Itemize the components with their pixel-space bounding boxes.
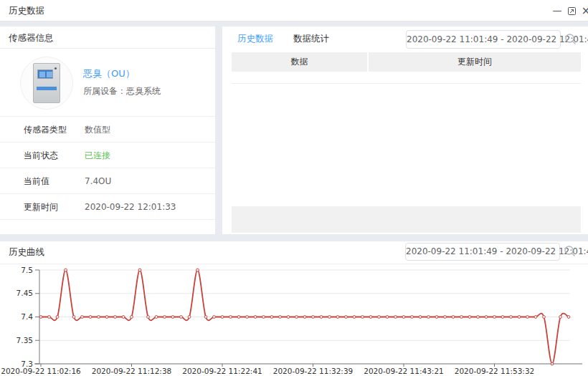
tab-bar: 历史数据 数据统计 <box>235 33 347 54</box>
history-line-chart: 7.57.457.47.357.32020-09-22 11:02:162020… <box>0 264 588 376</box>
sensor-row-type: 传感器类型 数值型 <box>0 117 215 143</box>
close-button[interactable]: × <box>579 0 588 21</box>
row-label: 更新时间 <box>24 194 58 220</box>
sensor-info-panel: 传感器信息 恶臭（OU） 所属设备：恶臭系统 传感器类型 数值型 当前状态 已连… <box>0 26 215 234</box>
row-label: 当前值 <box>24 168 49 194</box>
svg-text:7.5: 7.5 <box>21 266 33 274</box>
column-header-update-time: 更新时间 <box>369 52 581 72</box>
sensor-row-update-time: 更新时间 2020-09-22 12:01:33 <box>0 194 215 220</box>
row-value: 2020-09-22 12:01:33 <box>85 194 176 220</box>
sensor-detail-rows: 传感器类型 数值型 当前状态 已连接 当前值 7.4OU 更新时间 2020-0… <box>0 116 215 220</box>
svg-text:2020-09-22 11:02:16: 2020-09-22 11:02:16 <box>1 367 81 375</box>
status-badge: 已连接 <box>85 143 110 168</box>
table-header: 数据 更新时间 <box>232 52 581 72</box>
curve-date-range-input[interactable]: 2020-09-22 11:01:49 - 2020-09-22 12:01:4… <box>405 243 560 261</box>
sensor-name: 恶臭（OU） <box>83 67 135 80</box>
search-icon <box>564 245 577 258</box>
row-value: 数值型 <box>85 117 110 143</box>
titlebar: 历史数据 — × <box>0 0 588 21</box>
sensor-row-current-value: 当前值 7.4OU <box>0 168 215 194</box>
sensor-row-status: 当前状态 已连接 <box>0 143 215 168</box>
sensor-panel-title: 传感器信息 <box>0 26 215 49</box>
device-image-icon <box>33 63 60 103</box>
svg-text:2020-09-22 11:12:38: 2020-09-22 11:12:38 <box>92 367 172 375</box>
svg-text:2020-09-22 11:32:39: 2020-09-22 11:32:39 <box>273 367 354 375</box>
window-title: 历史数据 <box>9 0 44 21</box>
svg-text:7.45: 7.45 <box>16 289 33 297</box>
window-controls: — × <box>550 0 588 21</box>
row-label: 当前状态 <box>24 143 58 168</box>
maximize-icon <box>568 7 576 15</box>
svg-text:2020-09-22 11:22:41: 2020-09-22 11:22:41 <box>182 367 262 375</box>
maximize-button[interactable] <box>564 0 579 21</box>
tab-history-data[interactable]: 历史数据 <box>235 33 275 54</box>
search-icon <box>564 33 577 46</box>
table-row <box>232 72 581 84</box>
pagination-area <box>232 206 581 233</box>
minimize-button[interactable]: — <box>550 0 564 21</box>
date-range-input[interactable]: 2020-09-22 11:01:49 - 2020-09-22 12:01:4… <box>406 30 561 49</box>
sensor-device: 所属设备：恶臭系统 <box>83 85 161 97</box>
history-data-panel: 历史数据 数据统计 2020-09-22 11:01:49 - 2020-09-… <box>222 26 588 234</box>
search-button[interactable] <box>564 33 577 46</box>
row-value: 7.4OU <box>85 168 111 194</box>
svg-text:2020-09-22 11:53:32: 2020-09-22 11:53:32 <box>455 367 535 375</box>
row-label: 传感器类型 <box>24 117 67 143</box>
tab-data-statistics[interactable]: 数据统计 <box>291 33 331 54</box>
curve-panel-title: 历史曲线 <box>9 241 44 263</box>
svg-text:2020-09-22 11:43:21: 2020-09-22 11:43:21 <box>364 367 444 375</box>
curve-search-button[interactable] <box>564 245 577 258</box>
column-header-data: 数据 <box>232 52 367 72</box>
svg-text:7.35: 7.35 <box>16 336 33 344</box>
history-curve-panel: 历史曲线 2020-09-22 11:01:49 - 2020-09-22 12… <box>0 241 588 376</box>
sensor-avatar <box>20 57 73 110</box>
svg-text:7.4: 7.4 <box>21 312 33 321</box>
history-table: 数据 更新时间 <box>232 52 581 84</box>
